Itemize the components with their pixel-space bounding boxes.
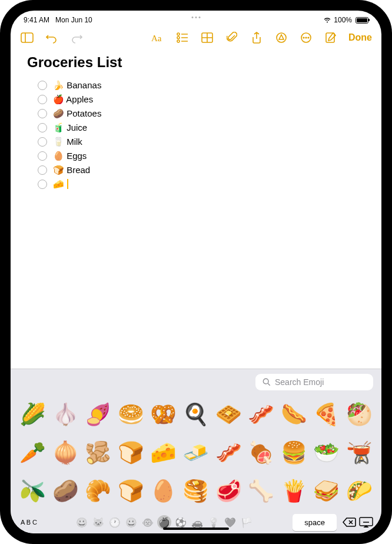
checkbox-circle[interactable]	[38, 180, 47, 189]
checklist-item[interactable]: 🥚 Eggs	[38, 150, 365, 162]
svg-rect-22	[360, 518, 373, 526]
emoji-key[interactable]: 🥙	[343, 395, 376, 433]
status-bar: 9:41 AM Mon Jun 10 100%	[11, 11, 381, 26]
done-button[interactable]: Done	[348, 32, 372, 43]
more-icon[interactable]	[299, 31, 313, 45]
space-key[interactable]: space	[293, 514, 337, 531]
emoji-category-tab[interactable]: 😀	[75, 515, 89, 529]
emoji-key[interactable]: 🍠	[82, 395, 114, 433]
checkbox-circle[interactable]	[38, 81, 47, 90]
emoji-category-tab[interactable]: 🐵	[141, 515, 155, 529]
svg-point-14	[303, 37, 304, 38]
emoji-key[interactable]: 🥐	[82, 472, 114, 510]
emoji-key[interactable]: 🍕	[310, 395, 343, 433]
delete-key[interactable]	[341, 515, 358, 530]
abc-key[interactable]: A B C	[18, 519, 40, 526]
emoji-key[interactable]: 🌽	[16, 395, 49, 433]
emoji-key[interactable]: 🧇	[212, 395, 245, 433]
text-format-icon[interactable]: Aa	[151, 31, 165, 45]
checkbox-circle[interactable]	[38, 109, 47, 118]
attachment-icon[interactable]	[225, 31, 239, 45]
checklist-item[interactable]: 🍞 Bread	[38, 164, 365, 177]
item-label: Apples	[66, 94, 93, 104]
item-label: Bread	[67, 165, 90, 175]
wifi-icon	[323, 17, 331, 23]
sidebar-toggle-icon[interactable]	[20, 31, 34, 45]
emoji-key[interactable]: 🥔	[49, 472, 81, 510]
multitask-dots[interactable]	[192, 16, 201, 18]
svg-point-16	[308, 37, 309, 38]
checkbox-circle[interactable]	[38, 137, 47, 147]
note-body[interactable]: Groceries List 🍌 Bananas🍎 Apples🥔 Potato…	[11, 48, 381, 369]
checklist-item[interactable]: 🍌 Bananas	[38, 79, 365, 92]
svg-line-19	[268, 383, 270, 386]
item-emoji: 🍞	[53, 165, 64, 175]
ipad-device-frame: 9:41 AM Mon Jun 10 100% Aa	[0, 0, 392, 544]
emoji-key[interactable]: 🦴	[245, 472, 277, 510]
checkbox-circle[interactable]	[38, 151, 47, 161]
emoji-key[interactable]: 🥕	[16, 433, 49, 472]
item-emoji: 🥚	[53, 151, 64, 161]
share-icon[interactable]	[250, 31, 264, 45]
markup-icon[interactable]	[274, 31, 288, 45]
checkbox-circle[interactable]	[38, 95, 47, 104]
emoji-key[interactable]: 🌮	[343, 472, 376, 510]
emoji-search-input[interactable]: Search Emoji	[255, 374, 373, 390]
emoji-key[interactable]: 🥞	[180, 472, 212, 510]
emoji-key[interactable]: 🫒	[16, 472, 49, 510]
emoji-key[interactable]: 🍖	[245, 433, 277, 472]
status-time: 9:41 AM	[24, 16, 49, 24]
item-label: Potatoes	[67, 108, 101, 118]
toolbar: Aa Done	[11, 26, 381, 48]
emoji-key[interactable]: 🫚	[82, 433, 114, 472]
emoji-key[interactable]: 🧅	[49, 433, 81, 472]
checklist-item[interactable]: 🧃 Juice	[38, 121, 365, 134]
emoji-key[interactable]: 🥯	[114, 395, 147, 433]
checkbox-circle[interactable]	[38, 123, 47, 132]
table-icon[interactable]	[200, 31, 214, 45]
keyboard-switch-icon[interactable]	[358, 515, 374, 530]
undo-icon[interactable]	[45, 31, 59, 45]
emoji-key[interactable]: 🥚	[147, 472, 180, 510]
item-label: Juice	[67, 122, 87, 132]
emoji-category-tab[interactable]: 😀	[124, 515, 138, 529]
emoji-key[interactable]: 🧄	[49, 395, 81, 433]
note-title[interactable]: Groceries List	[27, 54, 365, 71]
emoji-key[interactable]: 🥓	[212, 433, 245, 472]
redo-icon	[69, 31, 84, 45]
checklist-item[interactable]: 🧀	[38, 178, 365, 191]
emoji-key[interactable]: 🍞	[114, 472, 147, 510]
checklist-item[interactable]: 🍎 Apples	[38, 93, 365, 106]
emoji-grid: 🌽🧄🍠🥯🥨🍳🧇🥓🌭🍕🥙🥕🧅🫚🍞🧀🧈🥓🍖🍔🥗🫕🫒🥔🥐🍞🥚🥞🥩🦴🍟🥪🌮	[11, 394, 381, 511]
emoji-key[interactable]: 🍔	[278, 433, 310, 472]
checkbox-circle[interactable]	[38, 165, 47, 175]
item-label: Eggs	[67, 151, 87, 161]
emoji-key[interactable]: 🧀	[147, 433, 180, 472]
emoji-key[interactable]: 🌭	[278, 395, 310, 433]
keyboard-bottom-row: A B C 😀🐱🕐😀🐵🍎⚽🚗💡❤️🏳️ space	[11, 511, 381, 533]
checklist-item[interactable]: 🥔 Potatoes	[38, 107, 365, 120]
emoji-category-tab[interactable]: 🐱	[91, 515, 105, 529]
emoji-key[interactable]: 🥓	[245, 395, 277, 433]
emoji-key[interactable]: 🍞	[114, 433, 147, 472]
emoji-category-tab[interactable]: 🕐	[108, 515, 122, 529]
new-note-icon[interactable]	[324, 31, 338, 45]
emoji-key[interactable]: 🍳	[180, 395, 212, 433]
emoji-category-tab[interactable]: 🏳️	[240, 515, 254, 529]
emoji-key[interactable]: 🥗	[310, 433, 343, 472]
checklist-item[interactable]: 🥛 Milk	[38, 135, 365, 148]
emoji-key[interactable]: 🥪	[310, 472, 343, 510]
home-indicator[interactable]	[163, 528, 229, 530]
item-emoji: 🥔	[53, 108, 64, 118]
emoji-key[interactable]: 🍟	[278, 472, 310, 510]
svg-rect-0	[21, 33, 33, 42]
emoji-key[interactable]: 🫕	[343, 433, 376, 472]
emoji-key[interactable]: 🧈	[180, 433, 212, 472]
item-label: Milk	[67, 137, 82, 147]
svg-point-15	[305, 37, 307, 38]
checklist-icon[interactable]	[175, 31, 190, 45]
emoji-key[interactable]: 🥩	[212, 472, 245, 510]
item-emoji: 🍌	[53, 80, 64, 90]
emoji-key[interactable]: 🥨	[147, 395, 180, 433]
svg-point-5	[177, 37, 180, 39]
